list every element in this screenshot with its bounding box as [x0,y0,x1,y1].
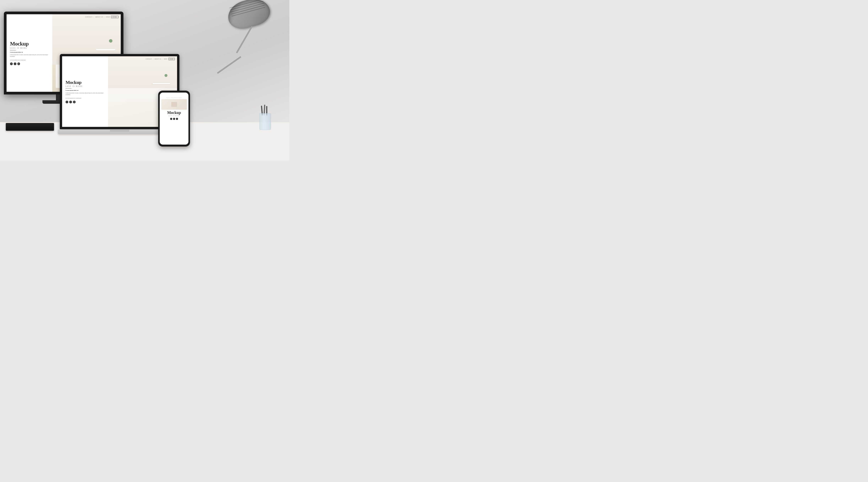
room-shelf [96,49,115,50]
monitor-social-icons: P f ◎ [10,62,49,65]
laptop-nav-shop[interactable]: SHOP [164,58,167,60]
phone-screen: PLACE YOUR DESIGN HERE Mockup LESS IS MO… [160,93,188,144]
phone-notch [169,91,179,93]
laptop-site-divider [66,88,71,89]
monitor-body-text: Lorem ipsum dolor sit amet, consectetur … [10,54,49,58]
phone-social-instagram [176,118,178,120]
cup-body [259,114,271,130]
pencil-cup [258,108,272,130]
phone-social [161,116,187,120]
laptop-body-text: Lorem ipsum dolor sit amet, consectetur … [66,92,104,96]
monitor-social-pinterest: P [10,62,13,65]
monitor-nav: CONTACT | ABOUT US | SHOP HOME [83,14,121,20]
monitor-social-instagram: ◎ [18,62,20,65]
laptop-nav-home[interactable]: HOME [168,58,175,60]
phone-image-placeholder [171,102,177,107]
smartphone: PLACE YOUR DESIGN HERE Mockup LESS IS MO… [158,91,190,147]
room-wall [52,14,121,61]
laptop-nav-about[interactable]: ABOUT US [155,58,161,60]
room-plant-decoration [109,39,113,43]
lamp [193,0,270,67]
laptop-bold-text: Lorem ipsum dolor sit [66,90,104,91]
phone-content: PLACE YOUR DESIGN HERE Mockup LESS IS MO… [160,93,188,122]
phone-place-text: PLACE YOUR DESIGN HERE [161,97,187,98]
monitor-social-facebook: f [14,62,17,65]
laptop-room-shelf [153,83,170,84]
phone-social-pinterest [170,118,172,120]
laptop-room-plant [164,74,167,77]
monitor-site-subtitle: LESS IS MORE [10,47,49,49]
monitor-hashtag: #YOURDESIGNHERE [10,59,49,61]
keyboard-device [6,123,54,131]
monitor-site-title: Mockup [10,41,49,46]
monitor-nav-about[interactable]: ABOUT US [95,17,103,18]
monitor-bold-text: Lorem ipsum dolor sit [10,52,49,53]
monitor-nav-shop[interactable]: SHOP [106,17,110,18]
laptop-nav: CONTACT | ABOUT US | SHOP HOME [143,56,177,62]
laptop-trackpad [110,130,129,132]
laptop-social-facebook: f [69,101,72,103]
monitor-website-left: Mockup LESS IS MORE Lorem ipsum dolor si… [6,14,52,92]
laptop-site-subtitle: LESS IS MORE [66,86,104,87]
laptop-website-left: Mockup LESS IS MORE Lorem ipsum dolor si… [62,56,108,127]
laptop-site-title: Mockup [66,80,104,85]
lamp-arm1 [236,26,252,54]
phone-title: Mockup [161,110,187,115]
phone-image-area [161,99,187,110]
laptop-social-icons: P f ◎ [66,101,104,103]
phone-social-facebook [173,118,175,120]
lamp-shade [225,0,273,32]
laptop-social-pinterest: P [66,101,68,103]
laptop-hashtag: #YOURDESIGNHERE [66,98,104,99]
monitor-nav-home[interactable]: HOME [111,16,118,18]
phone-frame: PLACE YOUR DESIGN HERE Mockup LESS IS MO… [158,91,190,147]
monitor-nav-contact[interactable]: CONTACT [85,17,93,18]
laptop-nav-contact[interactable]: CONTACT [146,58,152,60]
laptop-social-instagram: ◎ [73,101,75,103]
